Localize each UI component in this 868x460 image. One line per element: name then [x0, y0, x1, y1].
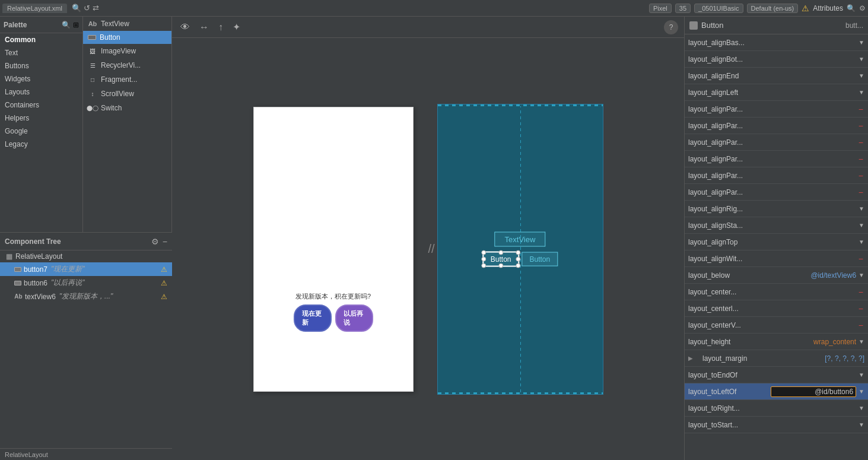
attr-alignleft-dropdown[interactable]: ▼ — [859, 89, 864, 96]
attr-alignpar4-minus[interactable]: − — [857, 154, 864, 164]
palette-category-buttons[interactable]: Buttons — [0, 59, 82, 72]
attr-alignpar5-minus[interactable]: − — [857, 171, 864, 180]
bp-button1[interactable]: Button — [482, 251, 520, 267]
search-icon[interactable]: 🔍 — [72, 4, 81, 12]
palette-category-widgets[interactable]: Widgets — [0, 72, 82, 85]
help-button[interactable]: ? — [664, 20, 678, 34]
pixel-selector[interactable]: Pixel — [649, 4, 672, 13]
attr-row-alignpar2[interactable]: layout_alignPar... − — [685, 118, 868, 134]
attr-row-centerv[interactable]: layout_centerV... − — [685, 317, 868, 334]
attr-height-dropdown[interactable]: ▼ — [859, 338, 864, 345]
tree-item-button6[interactable]: button6 "以后再说" ⚠ — [0, 276, 172, 290]
theme-selector[interactable]: _0501UIBasic — [694, 4, 743, 13]
attr-alignpar2-minus[interactable]: − — [857, 121, 864, 131]
handle-mr[interactable] — [516, 256, 521, 261]
attr-toright-dropdown[interactable]: ▼ — [859, 405, 864, 411]
handle-br[interactable] — [516, 263, 521, 268]
palette-item-switch[interactable]: ⬤◯ Switch — [83, 101, 171, 115]
attr-settings-icon[interactable]: ⚙ — [859, 4, 866, 12]
phone-mockup[interactable]: 发现新版本，积在更新吗? 现在更新 以后再说 — [253, 107, 414, 392]
attr-row-toright[interactable]: layout_toRight... ▼ — [685, 400, 868, 417]
arrows-h-icon[interactable]: ↔ — [197, 21, 211, 34]
palette-category-common[interactable]: Common — [0, 33, 82, 46]
attr-row-alignbot[interactable]: layout_alignBot... ▼ — [685, 51, 868, 68]
attr-toleftof-dropdown[interactable]: ▼ — [859, 388, 864, 395]
attr-alignbas-dropdown[interactable]: ▼ — [859, 39, 864, 46]
attr-row-aligntop[interactable]: layout_alignTop ▼ — [685, 234, 868, 250]
attr-row-toleftof[interactable]: layout_toLeftOf @id/button6 ▼ — [685, 383, 868, 400]
attr-row-toendof[interactable]: layout_toEndOf ▼ — [685, 367, 868, 383]
attr-row-center[interactable]: layout_center... − — [685, 284, 868, 300]
palette-category-helpers[interactable]: Helpers — [0, 112, 82, 125]
attr-alignbot-dropdown[interactable]: ▼ — [859, 56, 864, 62]
attr-row-alignend[interactable]: layout_alignEnd ▼ — [685, 68, 868, 84]
attr-tostart-dropdown[interactable]: ▼ — [859, 421, 864, 428]
arrow-up-icon[interactable]: ↑ — [216, 21, 225, 34]
attr-toendof-dropdown[interactable]: ▼ — [859, 372, 864, 378]
attr-row-below[interactable]: layout_below @id/textView6 ▼ — [685, 267, 868, 284]
handle-tl[interactable] — [481, 250, 486, 255]
api-selector[interactable]: 35 — [675, 4, 691, 13]
locale-selector[interactable]: Default (en-us) — [747, 4, 799, 13]
component-tree-collapse-icon[interactable]: − — [163, 237, 167, 246]
palette-item-recyclerview[interactable]: ☰ RecyclerVi... — [83, 58, 171, 72]
attr-alignend-dropdown[interactable]: ▼ — [859, 72, 864, 79]
palette-item-fragment[interactable]: □ Fragment... — [83, 72, 171, 87]
palette-category-legacy[interactable]: Legacy — [0, 138, 82, 151]
refresh-icon[interactable]: ↺ — [84, 4, 90, 12]
palette-search-icon[interactable]: 🔍 — [62, 21, 71, 29]
attr-row-centerl[interactable]: layout_centerl... − — [685, 300, 868, 317]
palette-item-textview[interactable]: Ab TextView — [83, 17, 171, 31]
attr-row-alignleft[interactable]: layout_alignLeft ▼ — [685, 84, 868, 101]
margin-expand-arrow[interactable]: ▶ — [688, 355, 694, 361]
attr-center-minus[interactable]: − — [857, 287, 864, 297]
palette-grid-icon[interactable]: ⊞ — [73, 21, 79, 29]
phone-btn-update[interactable]: 现在更新 — [294, 304, 332, 332]
sync-icon[interactable]: ⇄ — [93, 4, 99, 12]
attr-row-alignpar4[interactable]: layout_alignPar... − — [685, 151, 868, 167]
tree-item-button7[interactable]: button7 "现在更新" ⚠ — [0, 262, 172, 276]
attr-row-alignwit[interactable]: layout_alignWit... − — [685, 250, 868, 267]
magic-icon[interactable]: ✦ — [230, 20, 243, 34]
attr-row-margin[interactable]: ▶ layout_margin [?, ?, ?, ?, ?] — [685, 350, 868, 367]
attr-row-alignpar5[interactable]: layout_alignPar... − — [685, 167, 868, 184]
handle-tm[interactable] — [498, 250, 503, 255]
palette-item-button[interactable]: Button — [83, 31, 171, 44]
attr-alignwit-minus[interactable]: − — [857, 254, 864, 264]
bp-button2[interactable]: Button — [522, 252, 558, 266]
handle-bm[interactable] — [498, 263, 503, 268]
tree-item-textview6[interactable]: Ab textView6 "发现新版本，..." ⚠ — [0, 290, 172, 303]
handle-tr[interactable] — [516, 250, 521, 255]
attr-row-height[interactable]: layout_height wrap_content ▼ — [685, 334, 868, 350]
attr-row-tostart[interactable]: layout_toStart... ▼ — [685, 417, 868, 433]
attr-alignpar6-minus[interactable]: − — [857, 188, 864, 197]
attr-row-alignbas[interactable]: layout_alignBas... ▼ — [685, 34, 868, 51]
attr-aligntop-dropdown[interactable]: ▼ — [859, 239, 864, 245]
attr-row-alignpar1[interactable]: layout_alignPar... − — [685, 101, 868, 118]
attr-row-alignrig[interactable]: layout_alignRig... ▼ — [685, 201, 868, 217]
attr-alignrig-dropdown[interactable]: ▼ — [859, 205, 864, 212]
phone-btn-later[interactable]: 以后再说 — [335, 304, 373, 332]
palette-item-imageview[interactable]: 🖼 ImageView — [83, 44, 171, 58]
component-tree-settings-icon[interactable]: ⚙ — [151, 237, 159, 246]
handle-ml[interactable] — [481, 256, 486, 261]
handle-bl[interactable] — [481, 263, 486, 268]
palette-item-scrollview[interactable]: ↕ ScrollView — [83, 87, 171, 101]
tree-item-relativelayout[interactable]: ▦ RelativeLayout — [0, 250, 172, 262]
palette-category-containers[interactable]: Containers — [0, 99, 82, 112]
attr-below-dropdown[interactable]: ▼ — [859, 272, 864, 278]
attr-alignpar1-minus[interactable]: − — [857, 104, 864, 114]
palette-category-google[interactable]: Google — [0, 125, 82, 138]
eye-icon[interactable]: 👁 — [178, 21, 192, 34]
palette-category-layouts[interactable]: Layouts — [0, 85, 82, 99]
blueprint-mockup[interactable]: TextView Button — [437, 104, 603, 395]
attr-row-alignsta[interactable]: layout_alignSta... ▼ — [685, 217, 868, 234]
attr-centerv-minus[interactable]: − — [857, 321, 864, 330]
attr-alignpar3-minus[interactable]: − — [857, 138, 864, 147]
attr-row-alignpar6[interactable]: layout_alignPar... − — [685, 184, 868, 201]
attr-alignsta-dropdown[interactable]: ▼ — [859, 222, 864, 229]
attr-row-alignpar3[interactable]: layout_alignPar... − — [685, 134, 868, 151]
attr-toleftof-value[interactable]: @id/button6 — [771, 386, 857, 397]
attr-search-icon[interactable]: 🔍 — [847, 4, 856, 12]
attr-centerl-minus[interactable]: − — [857, 304, 864, 313]
